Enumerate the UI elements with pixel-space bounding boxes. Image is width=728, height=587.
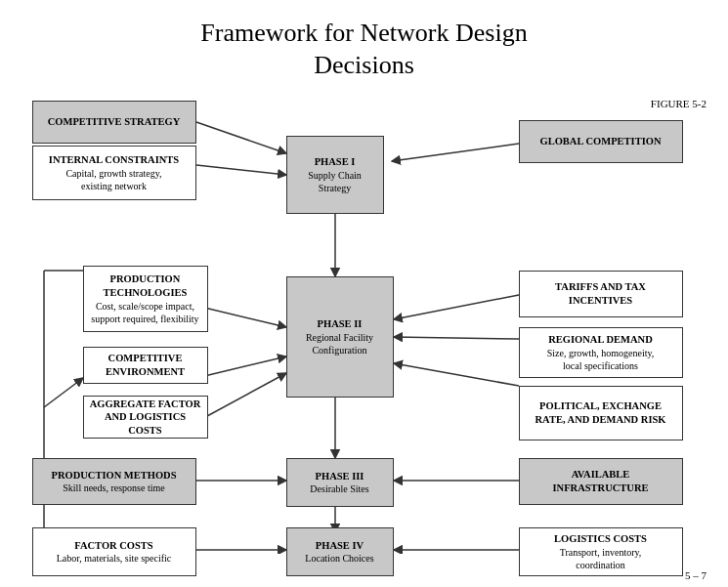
competitive-env-title: COMPETITIVE ENVIRONMENT	[90, 352, 201, 378]
competitive-env-box: COMPETITIVE ENVIRONMENT	[83, 347, 208, 384]
phase4-box: PHASE IV Location Choices	[286, 527, 394, 576]
internal-constraints-title: INTERNAL CONSTRAINTS	[49, 153, 179, 167]
production-tech-title: PRODUCTION TECHNOLOGIES	[90, 273, 201, 299]
production-methods-box: PRODUCTION METHODS Skill needs, response…	[32, 458, 196, 505]
phase3-title: PHASE III	[316, 470, 364, 483]
svg-line-8	[394, 295, 519, 319]
phase3-sub: Desirable Sites	[310, 482, 368, 495]
phase4-sub: Location Choices	[305, 552, 373, 565]
global-competition-title: GLOBAL COMPETITION	[540, 135, 662, 148]
svg-line-20	[44, 378, 83, 407]
factor-costs-box: FACTOR COSTS Labor, materials, site spec…	[32, 527, 196, 576]
aggregate-factor-title: AGGREGATE FACTOR AND LOGISTICS COSTS	[90, 398, 201, 438]
page-title: Framework for Network Design Decisions	[20, 18, 708, 81]
svg-line-5	[196, 306, 286, 327]
phase1-title: PHASE I	[315, 155, 356, 169]
available-infra-title: AVAILABLE INFRASTRUCTURE	[526, 468, 676, 494]
internal-constraints-sub: Capital, growth strategy, existing netwo…	[65, 167, 161, 192]
global-competition-box: GLOBAL COMPETITION	[519, 120, 683, 163]
logistics-costs-sub: Transport, inventory, coordination	[560, 546, 642, 571]
political-title: POLITICAL, EXCHANGE RATE, AND DEMAND RIS…	[526, 399, 676, 426]
aggregate-factor-box: AGGREGATE FACTOR AND LOGISTICS COSTS	[83, 396, 208, 439]
internal-constraints-box: INTERNAL CONSTRAINTS Capital, growth str…	[32, 146, 196, 200]
logistics-costs-box: LOGISTICS COSTS Transport, inventory, co…	[519, 527, 683, 576]
tariffs-title: TARIFFS AND TAX INCENTIVES	[526, 280, 676, 307]
regional-demand-sub: Size, growth, homogeneity, local specifi…	[547, 347, 655, 372]
svg-line-1	[196, 122, 286, 153]
factor-costs-sub: Labor, materials, site specific	[57, 552, 172, 565]
phase1-box: PHASE I Supply Chain Strategy	[286, 136, 384, 214]
regional-demand-box: REGIONAL DEMAND Size, growth, homogeneit…	[519, 327, 683, 378]
political-box: POLITICAL, EXCHANGE RATE, AND DEMAND RIS…	[519, 386, 683, 440]
svg-line-9	[394, 337, 519, 339]
logistics-costs-title: LOGISTICS COSTS	[554, 532, 647, 546]
regional-demand-title: REGIONAL DEMAND	[548, 333, 652, 347]
available-infra-box: AVAILABLE INFRASTRUCTURE	[519, 458, 683, 505]
svg-line-3	[392, 144, 519, 161]
svg-line-2	[196, 165, 286, 175]
page-number: 5 – 7	[685, 569, 707, 581]
phase4-title: PHASE IV	[316, 539, 364, 553]
competitive-strategy-box: COMPETITIVE STRATEGY	[32, 101, 196, 144]
factor-costs-title: FACTOR COSTS	[74, 539, 152, 553]
competitive-strategy-title: COMPETITIVE STRATEGY	[48, 115, 180, 129]
svg-line-10	[394, 363, 519, 386]
production-methods-title: PRODUCTION METHODS	[51, 469, 176, 482]
page: Framework for Network Design Decisions F…	[0, 0, 728, 587]
phase2-box: PHASE II Regional Facility Configuration	[286, 276, 394, 398]
svg-line-6	[196, 356, 286, 378]
diagram: COMPETITIVE STRATEGY PHASE I Supply Chai…	[22, 85, 707, 554]
production-tech-sub: Cost, scale/scope impact, support requir…	[91, 300, 198, 325]
phase1-sub: Supply Chain Strategy	[308, 169, 362, 194]
phase3-box: PHASE III Desirable Sites	[286, 458, 394, 507]
tariffs-box: TARIFFS AND TAX INCENTIVES	[519, 271, 683, 317]
phase2-sub: Regional Facility Configuration	[306, 331, 373, 356]
phase2-title: PHASE II	[318, 317, 363, 331]
production-methods-sub: Skill needs, response time	[63, 482, 164, 494]
production-tech-box: PRODUCTION TECHNOLOGIES Cost, scale/scop…	[83, 266, 208, 332]
svg-line-7	[196, 373, 286, 422]
